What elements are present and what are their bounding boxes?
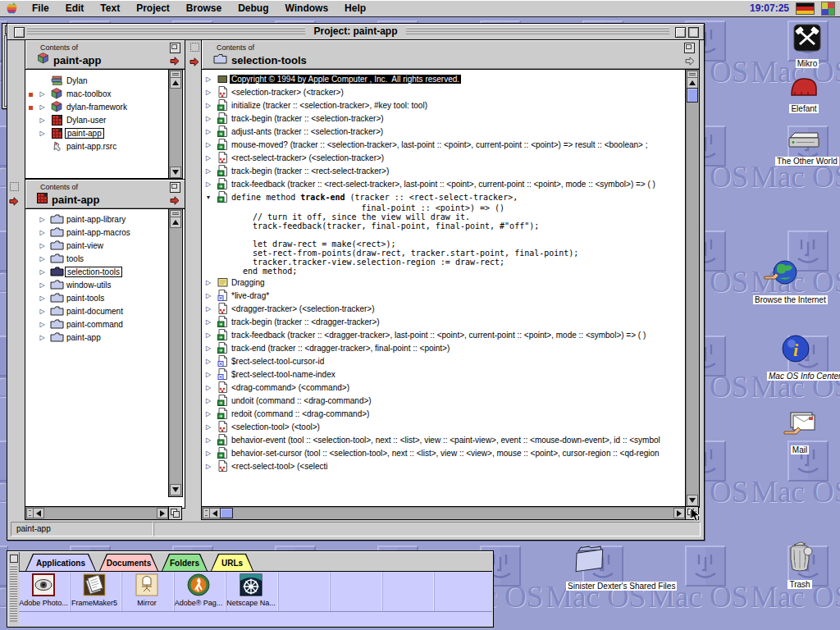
disclosure-triangle-icon[interactable]: ▷: [36, 294, 48, 302]
disclosure-triangle-icon[interactable]: ▷: [36, 255, 48, 262]
application-menu-icon[interactable]: [821, 2, 835, 16]
source-scroll-right[interactable]: [673, 508, 685, 518]
disclosure-triangle-icon[interactable]: ▷: [36, 103, 48, 111]
source-row[interactable]: ▷Copyright © 1994 by Apple Computer , In…: [202, 72, 686, 85]
desktop-icon-shared-folder[interactable]: Sinister Dexter's Shared Files: [566, 541, 615, 592]
disclosure-triangle-icon[interactable]: ▷: [202, 345, 215, 352]
source-pane-zoom-box[interactable]: [684, 43, 695, 53]
keyboard-layout-flag-icon[interactable]: [796, 2, 815, 15]
modules-pane-red-arrow-icon[interactable]: [9, 194, 19, 209]
launcher-item-2[interactable]: FrameMaker5: [70, 573, 119, 607]
launcher-tab-urls[interactable]: URLs: [211, 554, 253, 571]
disclosure-triangle-icon[interactable]: ▷: [36, 242, 48, 249]
disclosure-triangle-icon[interactable]: ▷: [36, 308, 48, 315]
launcher-item-3[interactable]: Mirror: [122, 573, 171, 607]
library-scroll-down[interactable]: [170, 167, 181, 178]
modules-scroll-right[interactable]: [157, 508, 168, 518]
source-scroll-down[interactable]: [687, 495, 698, 506]
zoom-box[interactable]: [675, 27, 686, 38]
launcher-item-5[interactable]: Netscape Na...: [226, 573, 276, 607]
source-vscrollbar[interactable]: [685, 69, 700, 508]
disclosure-triangle-icon[interactable]: ▷: [202, 89, 215, 96]
library-item-row[interactable]: ▷mac-toolbox: [25, 87, 185, 100]
disclosure-triangle-icon[interactable]: ▷: [202, 141, 215, 148]
module-item-row[interactable]: ▷window-utils: [25, 278, 185, 291]
modules-vscrollbar[interactable]: [168, 208, 183, 497]
apple-menu[interactable]: [0, 2, 24, 15]
project-window-titlebar[interactable]: Project: paint-app: [7, 24, 704, 40]
launcher-item-1[interactable]: Adobe Photo...: [19, 573, 68, 607]
modules-pane-splitter-box[interactable]: [10, 182, 19, 191]
disclosure-triangle-icon[interactable]: ▷: [202, 305, 215, 313]
disclosure-triangle-icon[interactable]: ▷: [202, 75, 215, 83]
module-item-row[interactable]: ▷paint-view: [25, 239, 185, 252]
source-hscrollbar[interactable]: [201, 506, 687, 520]
modules-pane-zoom-box[interactable]: [170, 182, 180, 193]
source-row[interactable]: ▷<dragger-tracker> (<selection-tracker>): [202, 302, 686, 315]
disclosure-triangle-icon[interactable]: ▷: [202, 397, 215, 404]
module-item-row[interactable]: ▷paint-document: [25, 304, 185, 317]
desktop-icon-info[interactable]: iMac OS Info Center: [767, 333, 824, 382]
disclosure-triangle-icon[interactable]: ▷: [36, 116, 48, 124]
disclosure-triangle-icon[interactable]: ▷: [36, 90, 48, 98]
disclosure-triangle-icon[interactable]: ▷: [202, 436, 215, 444]
launcher-tab-applications[interactable]: Applications: [25, 554, 96, 571]
desktop-icon-drive[interactable]: The Other World: [775, 131, 833, 167]
disclosure-triangle-icon[interactable]: ▷: [202, 167, 215, 175]
disclosure-triangle-icon[interactable]: ▷: [202, 358, 215, 365]
module-item-row[interactable]: ▷paint-tools: [25, 291, 185, 304]
disclosure-triangle-icon[interactable]: ▷: [202, 331, 215, 339]
disclosure-triangle-icon[interactable]: ▷: [36, 334, 48, 341]
source-gray-arrow-icon[interactable]: [685, 54, 695, 69]
source-define-row[interactable]: ▼define method track-end (tracker :: <re…: [202, 190, 686, 203]
module-item-row[interactable]: ▷paint-app-macros: [25, 226, 185, 239]
launcher-drag-grip[interactable]: [8, 552, 20, 625]
source-pane-splitter-box[interactable]: [190, 43, 199, 52]
disclosure-triangle-icon[interactable]: ▷: [202, 115, 215, 122]
disclosure-triangle-icon[interactable]: ▷: [202, 102, 215, 109]
source-hscroll-thumb[interactable]: [220, 508, 233, 518]
library-item-row[interactable]: ▷Dylan-user: [25, 113, 185, 126]
source-row[interactable]: ▷<rect-select-tool> (<selecti: [202, 459, 686, 472]
library-item-row[interactable]: Dylan: [25, 74, 185, 87]
source-row[interactable]: ▷track-end (tracker :: <dragger-tracker>…: [202, 341, 686, 354]
source-scroll-up[interactable]: [687, 77, 698, 89]
modules-hscrollbar[interactable]: [25, 506, 170, 520]
modules-browse-arrow-icon[interactable]: [170, 194, 180, 208]
source-row[interactable]: ▷behavior-set-cursor (tool :: <selection…: [202, 446, 686, 459]
menu-item-edit[interactable]: Edit: [57, 0, 93, 16]
launcher-tab-folders[interactable]: Folders: [162, 554, 208, 571]
module-item-row[interactable]: ▷paint-app: [25, 331, 185, 344]
disclosure-triangle-icon[interactable]: ▷: [36, 268, 48, 276]
menu-item-windows[interactable]: Windows: [277, 0, 337, 16]
source-row[interactable]: ▷track-feedback (tracker :: <rect-select…: [202, 177, 686, 190]
disclosure-triangle-icon[interactable]: ▷: [202, 279, 215, 286]
launcher-item-4[interactable]: Adobe® Pag...: [174, 573, 223, 607]
module-item-row[interactable]: ▷paint-app-library: [25, 212, 185, 226]
disclosure-triangle-icon[interactable]: ▷: [202, 292, 215, 299]
disclosure-triangle-icon[interactable]: ▷: [202, 128, 215, 135]
disclosure-triangle-icon[interactable]: ▷: [36, 229, 48, 236]
launcher-close-box[interactable]: [10, 555, 18, 563]
library-pane-zoom-box[interactable]: [170, 43, 180, 53]
modules-scroll-up[interactable]: [170, 217, 181, 228]
module-item-row[interactable]: ▷tools: [25, 252, 185, 265]
source-vscroll-thumb[interactable]: [687, 88, 698, 103]
source-row[interactable]: ▷track-begin (tracker :: <dragger-tracke…: [202, 315, 686, 328]
menu-item-debug[interactable]: Debug: [230, 0, 276, 16]
disclosure-triangle-icon[interactable]: ▷: [202, 371, 215, 378]
library-vscrollbar[interactable]: [168, 69, 183, 180]
module-item-row[interactable]: ▷selection-tools: [25, 265, 185, 278]
modules-scroll-down[interactable]: [170, 484, 181, 495]
launcher-tab-documents[interactable]: Documents: [99, 554, 158, 571]
source-row[interactable]: ▷adjust-ants (tracker :: <selection-trac…: [202, 125, 686, 138]
desktop-icon-elefant[interactable]: Elefant: [783, 75, 824, 115]
source-row[interactable]: ▷<selection-tool> (<tool>): [202, 420, 686, 433]
source-row[interactable]: ▷track-begin (tracker :: <rect-select-tr…: [202, 164, 686, 177]
disclosure-triangle-expanded-icon[interactable]: ▼: [202, 194, 215, 200]
library-item-row[interactable]: ▷dylan-framework: [25, 100, 185, 113]
library-scroll-up[interactable]: [170, 77, 181, 89]
disclosure-triangle-icon[interactable]: ▷: [202, 318, 215, 326]
disclosure-triangle-icon[interactable]: ▷: [202, 384, 215, 391]
disclosure-triangle-icon[interactable]: ▷: [202, 423, 215, 431]
